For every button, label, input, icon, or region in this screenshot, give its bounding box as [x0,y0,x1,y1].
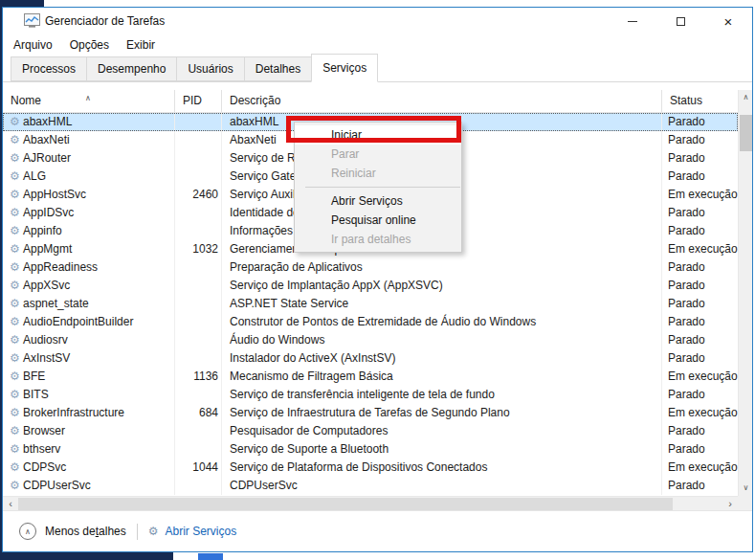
close-icon: × [724,14,733,29]
footer-divider [137,524,138,540]
service-gear-icon: ⚙ [7,186,23,204]
service-pid: 2460 [175,186,222,204]
table-row[interactable]: ⚙CDPUserSvcCDPUserSvcParado [3,477,738,495]
service-status: Em execução [662,368,738,386]
less-details-button[interactable]: ∧ [19,523,36,540]
less-details-label[interactable]: Menos detalhes [45,525,126,538]
service-pid [175,295,222,313]
service-gear-icon: ⚙ [7,349,23,368]
minimize-icon [628,21,637,22]
service-description: Serviço de Suporte a Bluetooth [222,440,662,459]
chevron-up-icon: ∧ [25,527,31,536]
service-name: BrokerInfrastructure [23,404,124,422]
table-row[interactable]: ⚙BITSServiço de transferência inteligent… [3,386,738,404]
service-name: Browser [23,422,65,440]
service-name: Audiosrv [23,331,68,349]
service-pid [175,131,222,149]
open-services-link[interactable]: Abrir Serviços [166,525,237,538]
column-header-nome[interactable]: Nome ∧ [3,90,175,112]
service-name: BITS [23,386,49,404]
service-name: abaxHML [23,113,72,131]
service-description: Mecanismo de Filtragem Básica [222,368,662,386]
context-menu-item-reiniciar: Reiniciar [295,164,461,183]
column-header-descricao[interactable]: Descrição [222,90,662,112]
tab-desempenho[interactable]: Desempenho [86,56,177,81]
scroll-right-icon[interactable]: › [722,497,738,511]
table-row[interactable]: ⚙AxInstSVInstalador do ActiveX (AxInstSV… [3,349,738,368]
scroll-left-icon[interactable]: ‹ [3,497,18,511]
service-pid [175,422,222,440]
service-name: AppReadiness [23,258,98,277]
service-description: Serviço de Implantação AppX (AppXSVC) [222,277,662,295]
table-row[interactable]: ⚙BFE1136Mecanismo de Filtragem BásicaEm … [3,368,738,386]
scroll-up-icon[interactable]: ∧ [739,90,753,105]
context-menu-item-abrir-servicos[interactable]: Abrir Serviços [295,191,461,211]
service-status: Parado [662,386,738,404]
service-name: AJRouter [23,149,71,168]
service-status: Parado [662,349,738,368]
service-status: Parado [662,222,738,240]
service-pid [175,113,222,131]
titlebar[interactable]: Gerenciador de Tarefas × [3,8,752,34]
service-gear-icon: ⚙ [7,459,23,477]
service-gear-icon: ⚙ [7,313,23,331]
service-status: Parado [662,258,738,277]
table-row[interactable]: ⚙BrowserPesquisador de ComputadoresParad… [3,422,738,440]
table-row[interactable]: ⚙AppXSvcServiço de Implantação AppX (App… [3,277,738,295]
table-row[interactable]: ⚙aspnet_stateASP.NET State ServiceParado [3,295,738,313]
horizontal-scrollbar-thumb[interactable] [18,498,673,510]
service-status: Parado [662,295,738,313]
service-pid [175,440,222,459]
service-description: CDPUserSvc [222,477,662,495]
service-gear-icon: ⚙ [7,204,23,222]
service-name: BFE [23,368,45,386]
context-menu-item-pesquisar-online[interactable]: Pesquisar online [295,211,461,230]
service-gear-icon: ⚙ [7,404,23,422]
window-title: Gerenciador de Tarefas [45,14,165,28]
service-pid [175,222,222,240]
menubar-item-arquivo[interactable]: Arquivo [5,36,61,56]
column-header-pid[interactable]: PID [175,90,222,112]
service-pid [175,168,222,186]
table-row[interactable]: ⚙AudioEndpointBuilderConstrutor de Ponto… [3,313,738,331]
table-row[interactable]: ⚙AudiosrvÁudio do WindowsParado [3,331,738,349]
table-row[interactable]: ⚙BrokerInfrastructure684Serviço de Infra… [3,404,738,422]
minimize-button[interactable] [609,8,656,34]
service-gear-icon: ⚙ [7,386,23,404]
service-gear-icon: ⚙ [7,113,23,131]
table-row[interactable]: ⚙CDPSvc1044Serviço de Plataforma de Disp… [3,459,738,477]
service-status: Parado [662,422,738,440]
context-menu-item-ir-para-detalhes: Ir para detalhes [295,230,461,249]
tabstrip: ProcessosDesempenhoUsuáriosDetalhesServi… [11,56,377,85]
tab-usuarios[interactable]: Usuários [176,56,244,81]
tab-detalhes[interactable]: Detalhes [244,56,312,81]
service-name: AxInstSV [23,349,70,368]
service-status: Parado [662,477,738,495]
service-gear-icon: ⚙ [7,277,23,295]
service-gear-icon: ⚙ [7,258,23,277]
table-row[interactable]: ⚙AppReadinessPreparação de AplicativosPa… [3,258,738,277]
desktop-icon-fragment [198,553,223,560]
service-pid: 1044 [175,459,222,477]
vertical-scrollbar[interactable]: ∧ ∨ [738,90,752,496]
service-gear-icon: ⚙ [7,131,23,149]
maximize-icon [677,17,685,26]
menubar-item-opcoes[interactable]: Opções [61,36,118,56]
tab-servicos[interactable]: Serviços [311,54,378,82]
table-row[interactable]: ⚙bthservServiço de Suporte a BluetoothPa… [3,440,738,459]
service-pid [175,313,222,331]
scroll-down-icon[interactable]: ∨ [739,481,753,496]
vertical-scrollbar-thumb[interactable] [740,115,752,151]
maximize-button[interactable] [656,8,704,34]
column-header-status[interactable]: Status [662,90,738,112]
menubar-item-exibir[interactable]: Exibir [118,36,164,56]
service-pid: 684 [175,404,222,422]
annotation-red-box [286,116,461,143]
close-button[interactable]: × [704,8,752,34]
tab-processos[interactable]: Processos [11,56,87,81]
service-gear-icon: ⚙ [7,149,23,168]
service-description: Serviço de Plataforma de Dispositivos Co… [222,459,662,477]
service-status: Parado [662,149,738,168]
service-gear-icon: ⚙ [7,422,23,440]
horizontal-scrollbar[interactable]: ‹ › [3,496,738,511]
